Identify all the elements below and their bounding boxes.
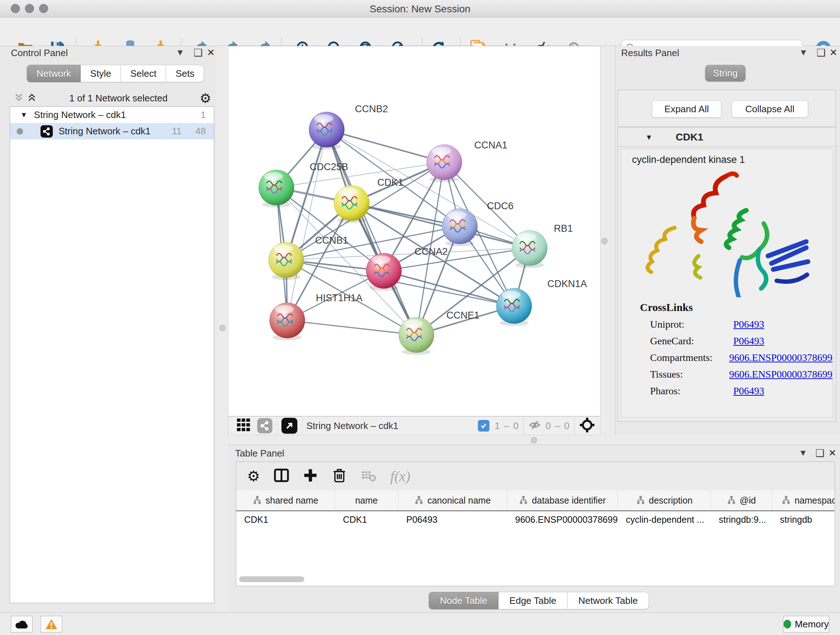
crosslink-link[interactable]: 9606.ENSP00000378699 [729,352,832,363]
network-options-gear-icon[interactable]: ⚙ [200,91,211,106]
tab-select[interactable]: Select [121,65,166,82]
control-panel-tabs: NetworkStyleSelectSets [27,65,204,82]
edge-CCNB2-HIST1H1A[interactable] [287,130,327,320]
table-type-tabs: Node TableEdge TableNetwork Table [429,592,649,609]
results-panel-menu-icon[interactable]: ▼ [799,48,808,57]
table-panel-float-icon[interactable]: ❑ [815,447,824,459]
memory-button[interactable]: Memory [783,616,829,632]
control-panel: Control Panel ▼ ❑ ✕ NetworkStyleSelectSe… [0,46,217,613]
expand-all-button[interactable]: Expand All [652,100,722,118]
results-panel: Results Panel ▼ ❑ ✕ String Expand All Co… [615,46,840,435]
node-RB1[interactable]: RB1 [512,223,573,268]
right-splitter-handle[interactable] [601,238,608,244]
column-header-canonical-name[interactable]: canonical name [398,490,507,510]
left-splitter-handle[interactable] [219,325,226,331]
expand-all-networks-icon[interactable] [13,92,24,104]
memory-label: Memory [795,619,829,630]
collection-count: 1 [201,109,206,120]
collapse-all-networks-icon[interactable] [27,92,37,104]
table-header-row: shared namenamecanonical namedatabase id… [236,490,835,511]
column-header-shared-name[interactable]: shared name [236,490,335,510]
cell-description[interactable]: cyclin-dependent ... [618,511,711,528]
edge-CCNB2-CCNA1[interactable] [327,130,444,162]
crosslink-link[interactable]: 9606.ENSP00000378699 [729,369,832,380]
hidden-items-eye-slash-icon[interactable] [528,418,542,433]
table-panel-close-icon[interactable]: ✕ [829,448,836,459]
cell-canonical-name[interactable]: P06493 [398,511,507,528]
bottom-splitter-handle[interactable] [531,437,537,443]
results-panel-close-icon[interactable]: ✕ [829,47,837,58]
table-panel-menu-icon[interactable]: ▼ [799,448,807,458]
control-panel-float-icon[interactable]: ❑ [194,47,202,59]
add-column-icon[interactable] [303,468,318,485]
edge-CCNB2-CCNE1[interactable] [327,130,416,335]
warning-icon [45,619,57,630]
node-CDKN1A[interactable]: CDKN1A [496,279,587,326]
node-CCNA1[interactable]: CCNA1 [426,140,508,182]
current-network-dot-icon [17,128,23,135]
show-columns-icon[interactable] [274,468,289,485]
cell-name[interactable]: CDK1 [335,511,398,528]
network-node-count: 11 [172,126,182,137]
node-HIST1H1A[interactable]: HIST1H1A [270,293,363,340]
main-toolbar: ? [0,17,840,46]
collapse-all-button[interactable]: Collapse All [731,100,808,118]
control-panel-menu-icon[interactable]: ▼ [176,48,185,57]
attribute-table-box: ⚙ f(x) shared namenamecanonical namedata… [236,462,835,586]
node-label-CCNA1: CCNA1 [474,140,508,150]
node-label-CDKN1A: CDKN1A [547,279,587,289]
cell-shared-name[interactable]: CDK1 [236,511,335,528]
tab-edge-table[interactable]: Edge Table [499,592,568,609]
control-panel-title: Control Panel [11,48,68,59]
column-header-name[interactable]: name [335,490,398,510]
table-horizontal-scrollbar[interactable] [239,576,304,582]
crosslink-link[interactable]: P06493 [733,385,764,397]
cell-namespace[interactable]: stringdb [772,511,835,528]
node-label-CDK1: CDK1 [377,177,403,188]
crosslink-label: Pharos: [621,385,733,397]
column-header--id[interactable]: @id [711,490,772,510]
table-options-gear-icon[interactable]: ⚙ [247,468,260,485]
cloud-status-button[interactable] [11,616,33,632]
network-birdseye-icon[interactable] [257,418,272,433]
tab-string[interactable]: String [705,65,745,81]
edge-HIST1H1A-CCNE1[interactable] [287,320,416,335]
node-label-HIST1H1A: HIST1H1A [316,293,363,303]
cell-database-identifier[interactable]: 9606.ENSP00000378699 [507,511,618,528]
gene-description: cyclin-dependent kinase 1 [621,149,832,165]
network-row[interactable]: String Network – cdk1 11 48 [10,123,214,139]
tab-sets[interactable]: Sets [166,65,204,82]
collection-expander-icon[interactable]: ▼ [20,111,27,119]
detach-view-icon[interactable] [281,418,297,434]
node-label-CDC6: CDC6 [487,201,514,211]
network-view-canvas[interactable]: CCNB2CCNA1CDC25BCDK1CDC6RB1CCNB1CCNA2CDK… [228,46,600,416]
results-panel-float-icon[interactable]: ❑ [816,47,826,59]
column-header-database-identifier[interactable]: database identifier [507,490,618,510]
gene-section-header[interactable]: ▼ CDK1 [618,128,836,147]
tab-style[interactable]: Style [81,65,121,82]
column-header-description[interactable]: description [618,490,711,510]
column-header-label: shared name [265,495,318,506]
control-panel-close-icon[interactable]: ✕ [207,47,215,58]
fit-selected-crosshair-icon[interactable] [579,417,595,434]
memory-status-dot-icon [783,620,791,629]
column-header-namespace[interactable]: namespace [772,490,835,510]
delete-table-icon[interactable] [361,467,377,485]
cell--id[interactable]: stringdb:9... [711,511,772,528]
table-row[interactable]: CDK1CDK1P064939606.ENSP00000378699cyclin… [236,511,835,528]
delete-column-trash-icon[interactable] [332,468,347,485]
warning-status-button[interactable] [41,616,62,632]
crosslink-link[interactable]: P06493 [733,335,764,347]
gene-expander-icon[interactable]: ▼ [645,133,653,141]
network-list-header: 1 of 1 Network selected ⚙ [10,90,214,106]
show-grid-icon[interactable] [236,418,251,434]
function-builder-button: f(x) [390,468,411,485]
crosslink-link[interactable]: P06493 [733,318,764,330]
crosslink-row: Pharos:P06493 [621,385,832,397]
tab-network-table[interactable]: Network Table [568,592,649,609]
edge-CCNA2-CDKN1A[interactable] [384,271,514,306]
selected-items-checkbox-icon[interactable] [478,420,489,432]
tab-network[interactable]: Network [27,65,81,82]
tab-node-table[interactable]: Node Table [429,592,499,609]
network-collection-row[interactable]: ▼ String Network – cdk1 1 [10,107,214,123]
